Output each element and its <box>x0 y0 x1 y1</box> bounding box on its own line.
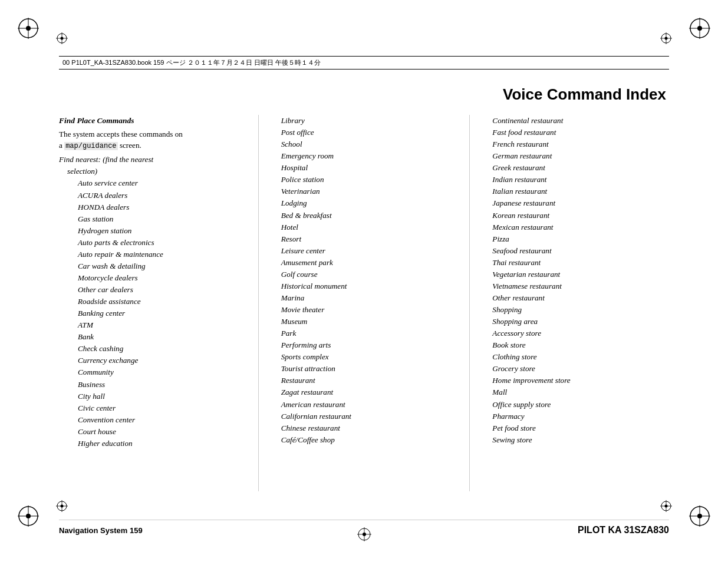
list-item: Vegetarian restaurant <box>482 269 669 280</box>
header-book-info: 00 P1L0T_KA-31SZA830.book 159 ページ ２０１１年７… <box>62 58 321 67</box>
list-item: Police station <box>271 174 458 186</box>
list-item: Gas station <box>59 213 246 225</box>
list-item: Park <box>271 328 458 339</box>
list-item: Fast food restaurant <box>482 127 669 138</box>
footer-model-info: PILOT KA 31SZA830 <box>578 525 669 535</box>
list-item: Community <box>59 366 246 378</box>
reg-mark-bl <box>18 505 39 527</box>
reg-mark-br <box>689 505 710 527</box>
list-item: Café/Coffee shop <box>271 434 458 446</box>
list-item: Hospital <box>271 162 458 174</box>
list-item: Seafood restaurant <box>482 245 669 257</box>
list-item: Marina <box>271 292 458 304</box>
list-item: HONDA dealers <box>59 201 246 213</box>
list-item: Check cashing <box>59 343 246 355</box>
svg-point-7 <box>697 26 702 31</box>
list-item: Office supply store <box>482 399 669 411</box>
list-item: Shopping area <box>482 316 669 328</box>
list-item: Post office <box>271 127 458 138</box>
intro-line2: a <box>59 141 62 150</box>
list-item: Sports complex <box>271 351 458 363</box>
list-item: ACURA dealers <box>59 190 246 201</box>
page: 00 P1L0T_KA-31SZA830.book 159 ページ ２０１１年７… <box>0 0 728 562</box>
list-item: Greek restaurant <box>482 162 669 174</box>
list-item: Motorcycle dealers <box>59 272 246 284</box>
intro-line1: The system accepts these commands on <box>59 130 183 138</box>
list-item: Sewing store <box>482 434 669 446</box>
list-item: Accessory store <box>482 328 669 339</box>
col1-items-list: Auto service centerACURA dealersHONDA de… <box>59 177 246 449</box>
list-item: Court house <box>59 426 246 438</box>
reg-mark-tl <box>18 18 39 39</box>
list-item: Pizza <box>482 233 669 245</box>
svg-point-23 <box>665 37 668 40</box>
list-item: Currency exchange <box>59 355 246 366</box>
column-3: Continental restaurantFast food restaura… <box>470 115 669 491</box>
svg-point-11 <box>26 514 31 518</box>
reg-mark-tr <box>689 18 710 39</box>
list-item: Convention center <box>59 414 246 426</box>
page-title: Voice Command Index <box>503 85 666 104</box>
list-item: Bank <box>59 331 246 343</box>
list-item: Library <box>271 115 458 127</box>
col2-items-list: LibraryPost officeSchoolEmergency roomHo… <box>271 115 458 446</box>
list-item: Continental restaurant <box>482 115 669 127</box>
list-item: Amusement park <box>271 257 458 269</box>
list-item: Tourist attraction <box>271 363 458 375</box>
list-item: Lodging <box>271 197 458 209</box>
list-item: Shopping <box>482 304 669 316</box>
reg-inner-br <box>660 500 672 512</box>
svg-point-31 <box>665 505 668 508</box>
list-item: Auto repair & maintenance <box>59 249 246 260</box>
list-item: Museum <box>271 316 458 328</box>
list-item: Mall <box>482 386 669 398</box>
footer-page-info: Navigation System 159 <box>59 526 143 535</box>
svg-point-15 <box>697 514 702 518</box>
list-item: Californian restaurant <box>271 411 458 422</box>
list-item: Bed & breakfast <box>271 210 458 222</box>
reg-inner-bl <box>56 500 68 512</box>
list-item: Clothing store <box>482 351 669 363</box>
list-item: American restaurant <box>271 399 458 411</box>
list-item: Home improvement store <box>482 375 669 386</box>
map-code: map/guidance <box>64 142 117 150</box>
list-item: City hall <box>59 391 246 402</box>
list-item: French restaurant <box>482 138 669 150</box>
list-item: Grocery store <box>482 363 669 375</box>
section-title: Find Place Commands <box>59 115 246 127</box>
list-item: Auto service center <box>59 177 246 189</box>
reg-inner-tr <box>660 32 672 44</box>
list-item: Mexican restaurant <box>482 222 669 233</box>
reg-inner-tl <box>56 32 68 44</box>
list-item: Historical monument <box>271 280 458 292</box>
svg-point-27 <box>61 505 64 508</box>
list-item: Other restaurant <box>482 292 669 304</box>
list-item: Other car dealers <box>59 284 246 296</box>
col3-items-list: Continental restaurantFast food restaura… <box>482 115 669 446</box>
center-crosshair <box>357 527 371 541</box>
list-item: Civic center <box>59 402 246 414</box>
intro-line3: screen. <box>120 141 141 150</box>
list-item: School <box>271 138 458 150</box>
list-item: Chinese restaurant <box>271 422 458 434</box>
svg-point-19 <box>61 37 64 40</box>
column-1: Find Place Commands The system accepts t… <box>59 115 259 491</box>
list-item: Emergency room <box>271 150 458 162</box>
list-item: Italian restaurant <box>482 186 669 197</box>
list-item: Pet food store <box>482 422 669 434</box>
list-item: Leisure center <box>271 245 458 257</box>
list-item: Thai restaurant <box>482 257 669 269</box>
list-item: Movie theater <box>271 304 458 316</box>
list-item: Indian restaurant <box>482 174 669 186</box>
list-item: Golf course <box>271 269 458 280</box>
list-item: Roadside assistance <box>59 296 246 308</box>
list-item: Restaurant <box>271 375 458 386</box>
list-item: Resort <box>271 233 458 245</box>
list-item: Auto parts & electronics <box>59 237 246 249</box>
column-2: LibraryPost officeSchoolEmergency roomHo… <box>259 115 470 491</box>
header-bar: 00 P1L0T_KA-31SZA830.book 159 ページ ２０１１年７… <box>59 56 669 70</box>
list-item: Zagat restaurant <box>271 386 458 398</box>
list-item: Veterinarian <box>271 186 458 197</box>
list-item: Hydrogen station <box>59 225 246 237</box>
list-item: Business <box>59 379 246 391</box>
